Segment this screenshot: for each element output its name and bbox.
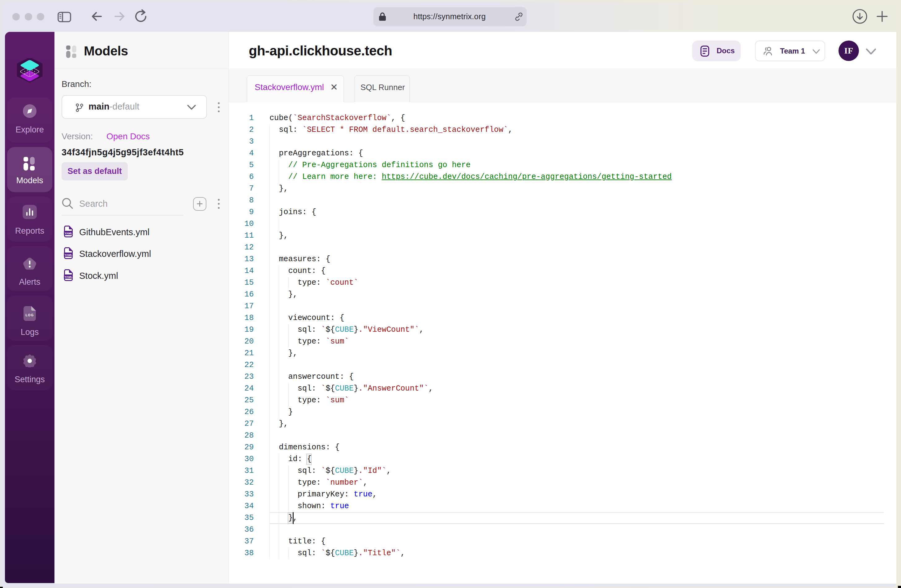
svg-text:YAML: YAML xyxy=(65,232,73,235)
svg-text:YAML: YAML xyxy=(65,253,73,257)
svg-text:LOG: LOG xyxy=(26,313,34,317)
svg-text:YAML: YAML xyxy=(65,275,73,279)
